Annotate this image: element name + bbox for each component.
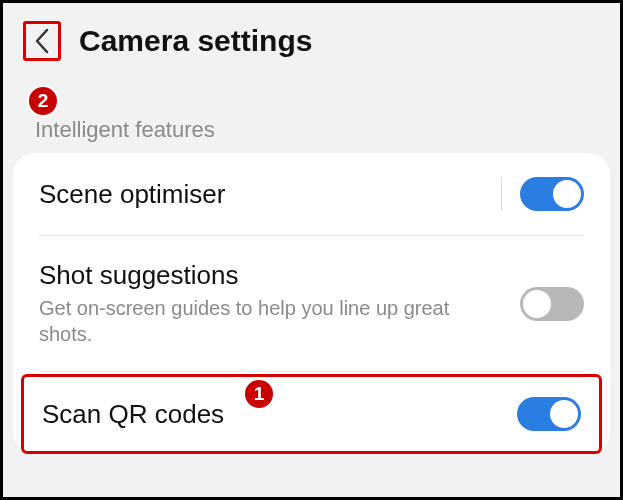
divider (39, 371, 584, 372)
toggle-shot-suggestions[interactable] (520, 287, 584, 321)
setting-title: Shot suggestions (39, 260, 500, 291)
back-button[interactable] (23, 21, 61, 61)
setting-scan-qr[interactable]: Scan QR codes (24, 377, 599, 451)
toggle-wrap (501, 177, 584, 211)
chevron-left-icon (34, 28, 50, 54)
toggle-knob (553, 180, 581, 208)
toggle-knob (550, 400, 578, 428)
page-title: Camera settings (79, 24, 312, 58)
toggle-wrap (520, 287, 584, 321)
section-header: Intelligent features (3, 75, 620, 153)
setting-scene-optimiser[interactable]: Scene optimiser (13, 153, 610, 235)
settings-card: Scene optimiser Shot suggestions Get on-… (13, 153, 610, 454)
annotation-marker-2: 2 (27, 85, 59, 117)
separator (501, 177, 502, 211)
setting-description: Get on-screen guides to help you line up… (39, 295, 500, 347)
setting-shot-suggestions[interactable]: Shot suggestions Get on-screen guides to… (13, 236, 610, 371)
toggle-wrap (517, 397, 581, 431)
toggle-knob (523, 290, 551, 318)
setting-text: Scene optimiser (39, 179, 481, 210)
setting-text: Shot suggestions Get on-screen guides to… (39, 260, 500, 347)
header: Camera settings (3, 3, 620, 75)
toggle-scene-optimiser[interactable] (520, 177, 584, 211)
setting-title: Scene optimiser (39, 179, 481, 210)
annotation-marker-1: 1 (243, 378, 275, 410)
highlight-scan-qr: Scan QR codes (21, 374, 602, 454)
toggle-scan-qr[interactable] (517, 397, 581, 431)
